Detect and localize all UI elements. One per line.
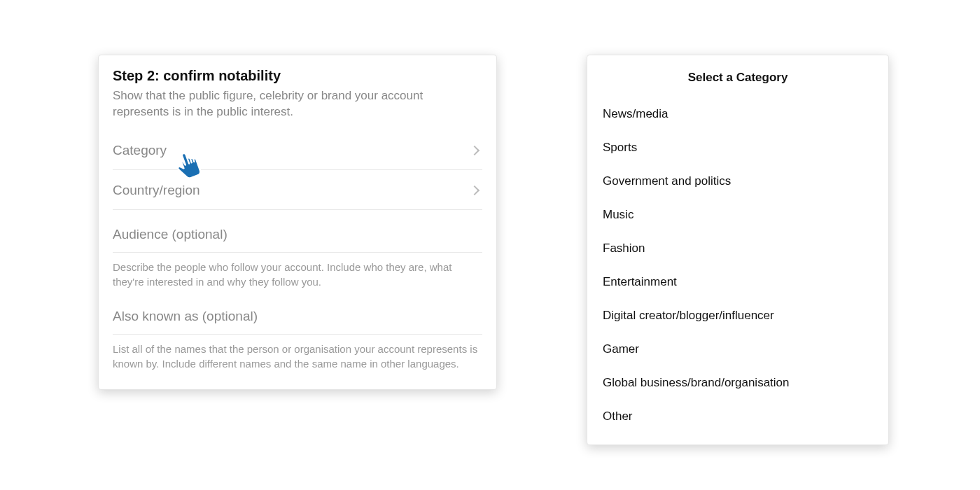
category-item-gamer[interactable]: Gamer bbox=[587, 332, 888, 366]
chevron-right-icon bbox=[470, 146, 479, 155]
select-category-panel: Select a Category News/media Sports Gove… bbox=[587, 55, 889, 445]
category-item-government-politics[interactable]: Government and politics bbox=[587, 164, 888, 198]
category-item-music[interactable]: Music bbox=[587, 198, 888, 232]
step-title: Step 2: confirm notability bbox=[113, 68, 482, 84]
notability-form-panel: Step 2: confirm notability Show that the… bbox=[98, 55, 497, 390]
aka-help-text: List all of the names that the person or… bbox=[113, 335, 482, 374]
select-category-title: Select a Category bbox=[587, 71, 888, 85]
category-row[interactable]: Category bbox=[113, 130, 482, 170]
category-item-sports[interactable]: Sports bbox=[587, 131, 888, 164]
step-subtitle: Show that the public figure, celebrity o… bbox=[113, 88, 482, 120]
audience-help-text: Describe the people who follow your acco… bbox=[113, 253, 482, 292]
aka-label: Also known as (optional) bbox=[113, 292, 482, 335]
country-region-label: Country/region bbox=[113, 183, 200, 198]
chevron-right-icon bbox=[470, 186, 479, 195]
category-item-global-business[interactable]: Global business/brand/organisation bbox=[587, 366, 888, 400]
category-item-entertainment[interactable]: Entertainment bbox=[587, 265, 888, 299]
category-label: Category bbox=[113, 143, 167, 158]
country-region-row[interactable]: Country/region bbox=[113, 170, 482, 210]
category-item-digital-creator[interactable]: Digital creator/blogger/influencer bbox=[587, 299, 888, 332]
category-item-news-media[interactable]: News/media bbox=[587, 97, 888, 131]
audience-label: Audience (optional) bbox=[113, 210, 482, 253]
category-item-fashion[interactable]: Fashion bbox=[587, 232, 888, 265]
category-item-other[interactable]: Other bbox=[587, 400, 888, 433]
